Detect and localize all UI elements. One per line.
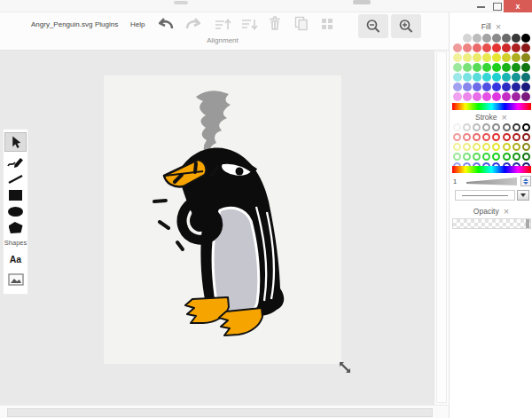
vertical-scrollbar-thumb[interactable] [436,51,447,403]
stroke-color-swatch[interactable] [522,143,530,151]
fill-color-swatch[interactable] [502,92,511,101]
move-to-bottom-icon[interactable] [241,18,258,35]
fill-color-swatch[interactable] [502,34,511,43]
rectangle-tool-button[interactable] [4,189,27,201]
redo-icon[interactable] [184,16,202,35]
stroke-color-swatch[interactable] [482,133,490,141]
stroke-rainbow-slider[interactable] [452,166,531,173]
fill-color-swatch[interactable] [453,53,462,62]
minimize-button[interactable] [477,6,485,8]
stroke-width-spinner[interactable] [520,176,531,186]
ellipse-tool-button[interactable] [4,205,27,217]
fill-color-swatch[interactable] [453,92,462,101]
stroke-color-swatch[interactable] [522,153,530,161]
fill-color-swatch[interactable] [502,53,511,62]
fill-color-swatch[interactable] [521,63,530,72]
stroke-close-icon[interactable]: × [502,114,507,121]
fill-color-swatch[interactable] [463,92,472,101]
horizontal-scrollbar-thumb[interactable] [7,408,433,417]
fill-color-swatch[interactable] [453,34,462,43]
align-grid-icon[interactable] [321,18,333,34]
fill-color-swatch[interactable] [463,73,472,82]
stroke-color-swatch[interactable] [463,133,471,141]
fill-color-swatch[interactable] [492,63,501,72]
fill-color-swatch[interactable] [492,83,501,91]
stroke-color-swatch[interactable] [473,143,481,151]
fill-color-swatch[interactable] [473,53,481,62]
workspace[interactable]: Shapes Aa [0,51,434,405]
fill-color-swatch[interactable] [512,63,520,72]
line-style-dropdown-button[interactable] [517,190,529,201]
stroke-color-swatch[interactable] [463,123,471,131]
menu-plugins[interactable]: Plugins [95,20,118,28]
spinner-up-icon[interactable] [523,178,528,181]
horizontal-scrollbar[interactable] [0,405,449,418]
stroke-color-swatch[interactable] [482,123,490,131]
stroke-color-swatch[interactable] [473,133,481,141]
stroke-color-swatch[interactable] [512,153,520,161]
menu-help[interactable]: Help [130,20,145,28]
stroke-color-swatch[interactable] [473,153,481,161]
fill-rainbow-slider[interactable] [452,103,531,110]
fill-color-swatch[interactable] [502,43,511,52]
vertical-scrollbar[interactable] [434,51,448,405]
fill-color-swatch[interactable] [482,34,491,43]
fill-color-swatch[interactable] [492,53,501,62]
fill-color-swatch[interactable] [482,63,491,72]
stroke-color-swatch[interactable] [512,123,520,131]
line-tool-button[interactable] [4,172,27,185]
stroke-color-swatch[interactable] [503,143,511,151]
fill-color-swatch[interactable] [463,43,472,52]
fill-color-swatch[interactable] [453,63,462,72]
polygon-tool-button[interactable] [4,221,27,234]
pencil-tool-button[interactable] [4,155,27,170]
fill-color-swatch[interactable] [512,43,520,52]
stroke-width-slider[interactable] [466,177,517,186]
fill-color-swatch[interactable] [473,63,481,72]
stroke-color-swatch[interactable] [482,143,490,151]
fill-color-swatch[interactable] [512,34,520,43]
fill-color-swatch[interactable] [512,83,520,91]
stroke-color-swatch[interactable] [453,153,461,161]
stroke-color-swatch[interactable] [463,153,471,161]
opacity-close-icon[interactable]: × [504,208,509,215]
move-to-top-icon[interactable] [215,18,231,35]
close-button[interactable]: x [504,0,532,12]
fill-color-swatch[interactable] [482,83,491,91]
fill-color-swatch[interactable] [502,83,511,91]
fill-color-swatch[interactable] [473,92,481,101]
fill-color-swatch[interactable] [463,53,472,62]
stroke-color-swatch[interactable] [463,143,471,151]
stroke-width-value[interactable]: 1 [453,177,457,185]
fill-color-swatch[interactable] [521,83,530,91]
fill-color-swatch[interactable] [482,43,491,52]
fill-color-swatch[interactable] [512,53,520,62]
fill-color-swatch[interactable] [492,43,501,52]
stroke-color-swatch[interactable] [503,123,511,131]
fill-color-swatch[interactable] [453,43,462,52]
fill-color-swatch[interactable] [502,63,511,72]
fill-color-swatch[interactable] [473,73,481,82]
fill-color-swatch[interactable] [521,92,530,101]
stroke-color-swatch[interactable] [482,153,490,161]
stroke-color-swatch[interactable] [512,143,520,151]
fill-color-swatch[interactable] [463,63,472,72]
shapes-label[interactable]: Shapes [4,239,27,247]
fill-color-swatch[interactable] [482,53,491,62]
delete-icon[interactable] [269,16,281,35]
fill-color-swatch[interactable] [521,53,530,62]
fill-color-swatch[interactable] [502,73,511,82]
zoom-out-button[interactable] [358,14,388,38]
fill-color-swatch[interactable] [482,92,491,101]
stroke-color-swatch[interactable] [492,143,500,151]
stroke-color-swatch[interactable] [503,133,511,141]
fill-close-icon[interactable]: × [496,23,501,30]
fill-color-swatch[interactable] [521,34,530,43]
fill-color-swatch[interactable] [463,83,472,91]
fill-color-swatch[interactable] [482,73,491,82]
menu-filename[interactable]: Angry_Penguin.svg [31,20,92,28]
stroke-color-swatch[interactable] [503,153,511,161]
fill-color-swatch[interactable] [492,34,501,43]
line-style-preview[interactable] [455,190,515,201]
stroke-color-swatch[interactable] [492,153,500,161]
